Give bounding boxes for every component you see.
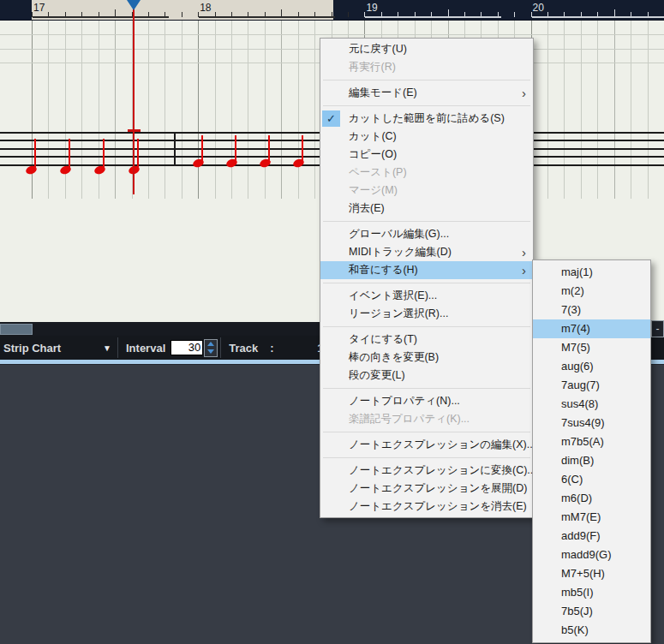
context-menu-item[interactable]: MIDIトラック編集(D)› bbox=[320, 243, 533, 261]
grid-vertical-line bbox=[165, 20, 165, 199]
measure-number: 20 bbox=[533, 2, 544, 14]
chord-menu-item[interactable]: M7(5) bbox=[533, 338, 650, 357]
chord-menu-item[interactable]: madd9(G) bbox=[533, 546, 650, 564]
chord-menu-item[interactable]: 7sus4(9) bbox=[533, 414, 650, 432]
playhead-position-dash bbox=[128, 129, 141, 132]
chord-menu-item[interactable]: 7b5(J) bbox=[533, 602, 650, 621]
context-menu-item[interactable]: ノートプロパティ(N)... bbox=[320, 392, 533, 410]
menu-separator bbox=[320, 102, 533, 110]
menu-item-label: 編集モード(E) bbox=[349, 86, 417, 98]
playhead-marker-icon[interactable] bbox=[127, 0, 141, 10]
track-value: 1 bbox=[286, 342, 324, 355]
menu-item-label: add9(F) bbox=[561, 529, 601, 542]
chord-menu-item[interactable]: add9(F) bbox=[533, 527, 650, 546]
context-menu-item[interactable]: 編集モード(E)› bbox=[320, 84, 533, 102]
chord-menu-item[interactable]: b5(K) bbox=[533, 621, 650, 640]
grid-vertical-line bbox=[547, 20, 548, 199]
ruler-underline bbox=[199, 16, 335, 18]
ruler-underline bbox=[532, 16, 664, 18]
strip-chart-dropdown[interactable]: Strip Chart ▼ bbox=[0, 336, 115, 360]
context-menu-item[interactable]: ノートエクスプレッションを消去(E) bbox=[320, 498, 533, 516]
submenu-arrow-icon: › bbox=[522, 243, 526, 261]
chord-menu-item[interactable]: aug(6) bbox=[533, 357, 650, 376]
context-menu-item[interactable]: ノートエクスプレッションに変換(C)... bbox=[320, 462, 533, 480]
measure-number: 18 bbox=[200, 2, 211, 14]
barline bbox=[174, 132, 176, 166]
context-menu-item[interactable]: 元に戻す(U) bbox=[320, 40, 533, 58]
interval-input[interactable]: 30 bbox=[170, 340, 203, 355]
grid-vertical-line bbox=[215, 20, 216, 199]
track-colon: : bbox=[270, 342, 273, 355]
chord-menu-item[interactable]: mM7(E) bbox=[533, 508, 650, 527]
context-menu-item[interactable]: カット(C) bbox=[320, 128, 533, 146]
scrollbar-thumb[interactable] bbox=[0, 324, 33, 335]
grid-vertical-line bbox=[148, 20, 149, 199]
menu-item-label: 7aug(7) bbox=[561, 379, 600, 391]
context-menu-item[interactable]: リージョン選択(R)... bbox=[320, 305, 533, 323]
interval-label: Interval bbox=[126, 342, 165, 355]
menu-item-label: m7(4) bbox=[561, 322, 590, 335]
chord-menu-item[interactable]: m7b5(A) bbox=[533, 432, 650, 451]
note-stem bbox=[69, 139, 70, 171]
spinner-down-icon[interactable] bbox=[207, 349, 214, 354]
checkmark-icon: ✓ bbox=[322, 110, 340, 127]
chord-submenu: maj(1)m(2)7(3)m7(4)M7(5)aug(6)7aug(7)sus… bbox=[532, 259, 651, 643]
chord-menu-item[interactable]: dim(B) bbox=[533, 451, 650, 470]
menu-item-label: ノートエクスプレッションに変換(C)... bbox=[349, 464, 533, 476]
chord-menu-item[interactable]: mb5(I) bbox=[533, 583, 650, 602]
menu-item-label: maj(1) bbox=[561, 265, 593, 278]
context-menu-item[interactable]: イベント選択(E)... bbox=[320, 287, 533, 305]
chord-menu-item[interactable]: maj(1) bbox=[533, 263, 650, 282]
menu-item-label: リージョン選択(R)... bbox=[349, 307, 448, 319]
menu-item-label: イベント選択(E)... bbox=[349, 289, 437, 301]
menu-item-label: 7b5(J) bbox=[561, 605, 593, 617]
chord-menu-item[interactable]: m6(D) bbox=[533, 489, 650, 508]
minimize-button[interactable]: - bbox=[651, 320, 664, 337]
playhead-line[interactable] bbox=[133, 9, 135, 194]
context-menu-item[interactable]: ノートエクスプレッションの編集(X)... bbox=[320, 436, 533, 454]
context-menu-item[interactable]: ノートエクスプレッションを展開(D) bbox=[320, 480, 533, 498]
menu-separator bbox=[320, 279, 533, 287]
timeline-ruler[interactable]: 17181920 bbox=[0, 0, 664, 21]
chord-menu-item[interactable]: 7(3) bbox=[533, 301, 650, 319]
menu-item-label: 6(C) bbox=[561, 473, 583, 486]
chord-menu-item[interactable]: sus4(8) bbox=[533, 395, 650, 414]
context-menu-item: 再実行(R) bbox=[320, 58, 533, 76]
context-menu-item: ペースト(P) bbox=[320, 164, 533, 182]
menu-item-label: M7(5) bbox=[561, 341, 590, 354]
context-menu-item[interactable]: 段の変更(L) bbox=[320, 367, 533, 385]
context-menu-item[interactable]: 消去(E) bbox=[320, 200, 533, 218]
context-menu-item[interactable]: タイにする(T) bbox=[320, 331, 533, 349]
context-menu-item[interactable]: 棒の向きを変更(B) bbox=[320, 349, 533, 367]
context-menu-item[interactable]: 和音にする(H)› bbox=[320, 261, 533, 279]
context-menu-item[interactable]: カットした範囲を前に詰める(S)✓ bbox=[320, 110, 533, 128]
grid-vertical-line bbox=[631, 20, 631, 199]
ruler-underline bbox=[33, 16, 169, 18]
grid-vertical-line bbox=[614, 20, 615, 199]
spinner-up-icon[interactable] bbox=[207, 342, 214, 346]
chord-menu-item[interactable]: m(2) bbox=[533, 282, 650, 301]
toolbar-divider bbox=[117, 337, 118, 358]
context-menu-item[interactable]: コピー(O) bbox=[320, 146, 533, 164]
track-label: Track bbox=[229, 342, 258, 355]
grid-vertical-line bbox=[314, 20, 315, 199]
grid-vertical-line bbox=[281, 20, 282, 199]
menu-item-label: カット(C) bbox=[349, 130, 397, 142]
grid-vertical-line bbox=[597, 20, 598, 199]
interval-spinner[interactable] bbox=[204, 339, 218, 357]
context-menu-item[interactable]: グローバル編集(G)... bbox=[320, 225, 533, 243]
menu-separator bbox=[320, 428, 533, 436]
toolbar-divider bbox=[220, 337, 221, 358]
chord-menu-item[interactable]: 7aug(7) bbox=[533, 376, 650, 395]
chord-menu-item[interactable]: M7+5(H) bbox=[533, 564, 650, 583]
menu-item-label: mM7(E) bbox=[561, 510, 601, 523]
grid-vertical-line bbox=[648, 20, 649, 199]
menu-item-label: m6(D) bbox=[561, 492, 592, 504]
note-stem bbox=[268, 135, 270, 164]
menu-item-label: M7+5(H) bbox=[561, 567, 605, 580]
menu-item-label: 和音にする(H) bbox=[349, 264, 418, 276]
chord-menu-item[interactable]: 6(C) bbox=[533, 470, 650, 489]
note-stem bbox=[201, 135, 203, 164]
chord-menu-item[interactable]: m7(4) bbox=[533, 319, 650, 338]
context-menu-item: 楽譜記号プロパティ(K)... bbox=[320, 410, 533, 428]
